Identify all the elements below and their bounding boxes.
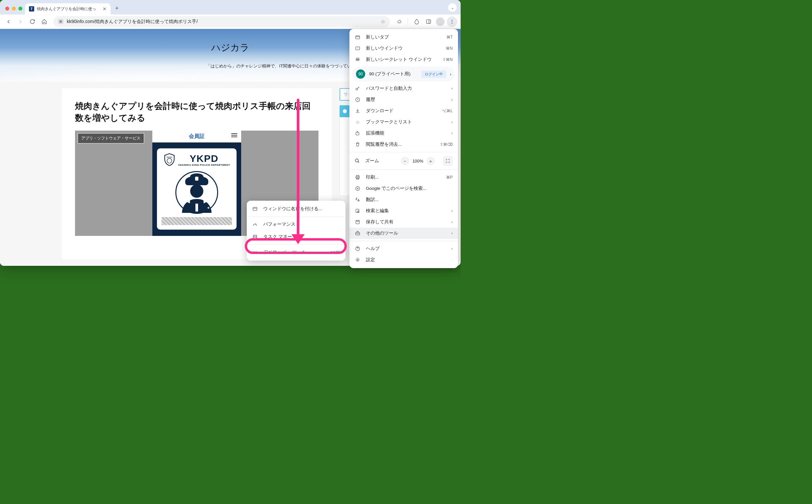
menu-save-share[interactable]: 保存して共有 ›	[349, 216, 458, 228]
police-shield-icon: POLICE	[164, 153, 175, 166]
menu-new-window[interactable]: 新しいウインドウ ⌘N	[349, 43, 458, 54]
svg-rect-28	[253, 235, 257, 239]
menu-new-incognito[interactable]: 新しいシークレット ウインドウ ⇧⌘N	[349, 54, 458, 65]
incognito-icon	[355, 57, 361, 62]
menu-translate[interactable]: 翻訳...	[349, 194, 458, 205]
phone-mockup: 会員証 POLICE YKPD YAKINIKU KING POLICE DEP…	[152, 131, 241, 236]
tab-search-button[interactable]: ⌄	[448, 3, 457, 12]
tab-title: 焼肉きんぐアプリを会計時に使っ	[37, 6, 96, 12]
svg-point-12	[356, 88, 358, 90]
puzzle-icon	[355, 131, 361, 136]
svg-rect-14	[356, 132, 359, 135]
menu-bookmarks[interactable]: ☆ ブックマークとリスト ›	[349, 116, 458, 128]
svg-rect-26	[253, 207, 257, 210]
zoom-out-button[interactable]: −	[401, 157, 409, 165]
menu-more-tools[interactable]: その他のツール ›	[349, 228, 458, 239]
sidepanel-icon[interactable]	[423, 16, 434, 27]
login-badge: ログイン中	[421, 70, 446, 78]
window-icon	[252, 206, 258, 212]
svg-rect-9	[356, 47, 360, 50]
close-tab-button[interactable]: ✕	[103, 6, 107, 12]
chevron-right-icon: ›	[451, 231, 453, 236]
separator	[349, 241, 458, 241]
ykpd-subtitle: YAKINIKU KING POLICE DEPARTMENT	[178, 164, 230, 166]
svg-rect-22	[356, 220, 360, 224]
help-icon	[355, 246, 361, 251]
browser-tab[interactable]: T 焼肉きんぐアプリを会計時に使っ ✕	[25, 3, 111, 14]
svg-rect-0	[426, 20, 431, 23]
new-tab-button[interactable]: +	[111, 5, 123, 14]
menu-find-edit[interactable]: 検索と編集 ›	[349, 205, 458, 216]
submenu-performance[interactable]: パフォーマンス	[247, 218, 345, 231]
chevron-right-icon: ›	[451, 220, 453, 224]
toolbox-icon	[355, 231, 361, 236]
forward-button[interactable]	[15, 16, 26, 27]
ykpd-logo-text: YKPD	[178, 153, 230, 164]
google-icon	[355, 186, 361, 191]
menu-extensions[interactable]: 拡張機能 ›	[349, 128, 458, 139]
menu-history[interactable]: 履歴 ›	[349, 94, 458, 105]
zoom-value: 100%	[411, 159, 424, 164]
reload-button[interactable]	[27, 16, 38, 27]
zoom-icon	[355, 158, 360, 164]
category-badge[interactable]: アプリ・ソフトウェア・サービス	[78, 133, 144, 143]
kebab-menu-button[interactable]	[447, 16, 457, 27]
menu-print[interactable]: 印刷... ⌘P	[349, 172, 458, 183]
chevron-right-icon: ›	[451, 86, 453, 91]
separator	[349, 169, 458, 170]
svg-point-25	[357, 259, 358, 261]
history-icon	[355, 97, 361, 102]
code-icon	[252, 250, 258, 255]
fullscreen-button[interactable]	[443, 156, 453, 166]
svg-point-15	[355, 159, 358, 162]
menu-search-google[interactable]: Google でこのページを検索...	[349, 183, 458, 194]
chevron-right-icon: ›	[451, 97, 453, 102]
extensions-icon[interactable]	[394, 16, 404, 27]
window-icon	[355, 46, 361, 51]
bookmark-star-icon[interactable]: ☆	[381, 18, 385, 25]
find-icon	[355, 208, 361, 214]
separator	[247, 244, 345, 245]
download-icon	[355, 108, 361, 113]
gear-icon	[355, 257, 361, 263]
chevron-right-icon: ›	[450, 72, 452, 77]
separator	[349, 152, 458, 152]
menu-help[interactable]: ヘルプ ›	[349, 243, 458, 254]
svg-point-10	[356, 59, 357, 61]
chevron-right-icon: ›	[451, 131, 453, 136]
browser-toolbar: ⚙ kk90info.com/焼肉きんぐアプリを会計時に使って焼肉ポリス手/ ☆	[0, 14, 461, 29]
pixelated-bar	[162, 217, 232, 225]
menu-downloads[interactable]: ダウンロード ⌥⌘L	[349, 105, 458, 116]
leaf-icon[interactable]	[411, 16, 422, 27]
home-button[interactable]	[39, 16, 49, 27]
submenu-name-window[interactable]: ウィンドウに名前を付ける...	[247, 203, 345, 215]
annotation-arrow-line	[297, 99, 299, 237]
translate-icon	[355, 197, 361, 202]
menu-passwords[interactable]: パスワードと自動入力 ›	[349, 83, 458, 94]
svg-point-3	[452, 21, 453, 22]
trash-icon	[355, 142, 361, 147]
back-button[interactable]	[3, 16, 14, 27]
profile-avatar-icon: 90	[356, 69, 365, 79]
tab-strip: T 焼肉きんぐアプリを会計時に使っ ✕ + ⌄	[0, 0, 461, 14]
submenu-devtools[interactable]: デベロッパー ツール ⌥⌘I	[247, 246, 345, 259]
site-tagline: 「はじめから」のチャレンジ精神で、IT関連中心に日々の体験をつづっていくブログ	[206, 63, 368, 69]
site-settings-icon[interactable]: ⚙	[58, 19, 63, 24]
gauge-icon	[252, 222, 258, 227]
address-bar[interactable]: ⚙ kk90info.com/焼肉きんぐアプリを会計時に使って焼肉ポリス手/ ☆	[53, 16, 390, 27]
site-title: ハジカラ	[211, 41, 249, 54]
url-text: kk90info.com/焼肉きんぐアプリを会計時に使って焼肉ポリス手/	[67, 19, 198, 25]
article-title: 焼肉きんぐアプリを会計時に使って焼肉ポリス手帳の来店回数を増やしてみる	[75, 100, 318, 124]
police-avatar-icon: ★	[175, 171, 218, 214]
window-controls	[4, 7, 25, 14]
menu-new-tab[interactable]: 新しいタブ ⌘T	[349, 32, 458, 43]
menu-clear-data[interactable]: 閲覧履歴を消去... ⇧⌘⌫	[349, 139, 458, 150]
maximize-window-button[interactable]	[18, 7, 22, 11]
close-window-button[interactable]	[5, 7, 9, 11]
menu-settings[interactable]: 設定	[349, 254, 458, 265]
zoom-in-button[interactable]: +	[426, 157, 435, 165]
profile-avatar[interactable]	[435, 16, 445, 27]
minimize-window-button[interactable]	[12, 7, 16, 11]
menu-profile[interactable]: 90 90 (プライベート用) ログイン中 ›	[353, 66, 455, 82]
separator	[247, 216, 345, 217]
